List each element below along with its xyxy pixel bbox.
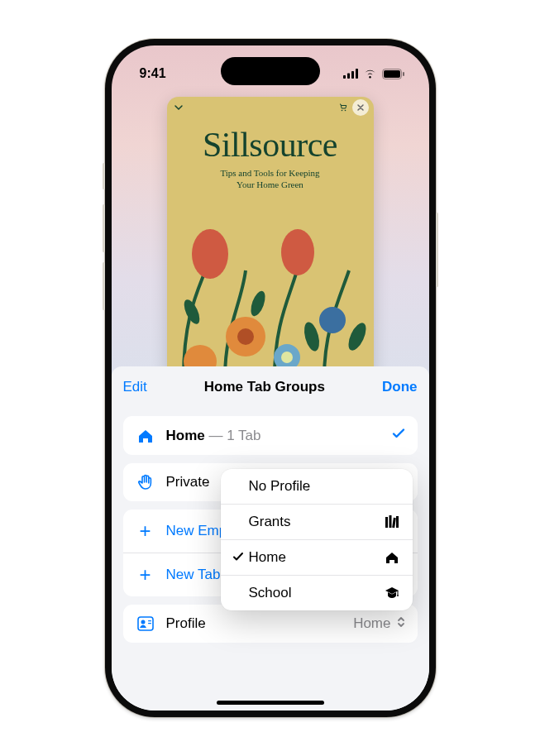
dynamic-island [221,57,320,85]
done-button[interactable]: Done [382,379,418,395]
library-icon [383,515,399,529]
house-icon [383,551,399,564]
cart-icon [339,103,347,112]
profile-icon [135,615,156,633]
svg-point-8 [344,110,346,112]
svg-point-9 [192,229,228,279]
menu-label: School [249,585,383,601]
screen: 9:41 Sillsource Tips and Tools fo [112,45,429,711]
graduation-cap-icon [383,586,399,600]
status-time: 9:41 [140,66,166,81]
card-title: Sillsource [167,125,374,165]
side-button [103,163,105,189]
menu-item-no-profile[interactable]: No Profile [221,469,413,504]
menu-item-home[interactable]: Home [221,539,413,575]
tab-group-label: Home — 1 Tab [166,428,391,444]
menu-item-grants[interactable]: Grants [221,504,413,539]
svg-rect-6 [403,72,404,76]
svg-point-17 [301,321,322,353]
svg-rect-2 [351,71,354,79]
volume-up-button [103,204,105,252]
plus-icon: + [135,519,156,543]
svg-rect-29 [397,591,398,595]
plus-icon: + [135,563,156,586]
svg-point-30 [397,595,399,596]
checkmark-icon [232,551,249,565]
svg-point-16 [247,289,267,318]
volume-down-button [103,262,105,310]
close-tab-button[interactable] [352,99,369,116]
up-down-icon [396,615,406,632]
svg-point-14 [319,307,346,333]
wifi-icon [363,69,377,79]
menu-item-school[interactable]: School [221,575,413,610]
chevron-down-icon [174,103,184,112]
svg-rect-3 [356,69,358,79]
svg-rect-1 [347,74,350,79]
svg-point-15 [180,298,202,327]
cellular-icon [343,69,358,79]
card-subtitle: Tips and Tools for Keeping Your Home Gre… [167,168,374,191]
menu-label: Home [249,549,383,566]
tab-preview-card[interactable]: Sillsource Tips and Tools for Keeping Yo… [167,97,374,378]
checkmark-icon [391,426,406,445]
home-indicator[interactable] [217,701,324,705]
menu-label: No Profile [249,478,383,495]
svg-rect-28 [396,516,399,528]
svg-rect-24 [148,623,151,624]
svg-point-18 [345,320,370,352]
svg-rect-0 [343,75,346,79]
power-button [436,213,438,287]
tab-group-home[interactable]: Home — 1 Tab [123,416,418,455]
sheet-title: Home Tab Groups [204,379,325,395]
profile-value: Home [353,615,390,632]
svg-point-10 [281,229,314,275]
svg-rect-27 [392,518,396,528]
battery-icon [382,69,404,79]
floral-illustration [167,213,374,378]
profile-label: Profile [166,615,354,632]
svg-rect-23 [148,620,151,621]
house-icon [135,427,156,445]
edit-button[interactable]: Edit [123,379,147,395]
iphone-frame: 9:41 Sillsource Tips and Tools fo [105,39,436,717]
svg-rect-26 [389,515,391,528]
svg-point-20 [281,352,293,363]
svg-point-7 [341,110,342,112]
close-icon [356,103,365,112]
hand-icon [135,473,156,491]
svg-point-22 [141,620,145,624]
tab-group-list: Home — 1 Tab [123,416,418,455]
svg-rect-25 [385,517,388,528]
menu-label: Grants [249,514,383,530]
svg-point-12 [237,328,254,345]
svg-rect-5 [384,70,400,78]
profile-menu: No Profile Grants Home [221,469,413,610]
